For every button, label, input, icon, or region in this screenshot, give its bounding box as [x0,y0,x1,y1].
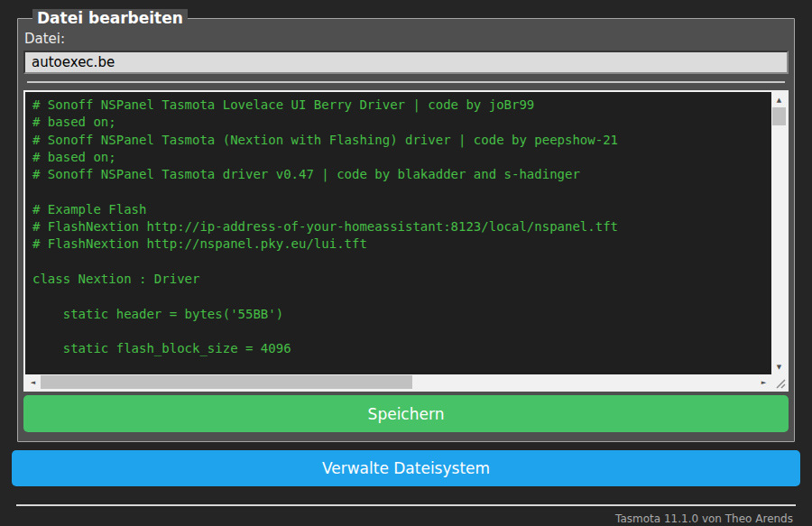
page: Datei bearbeiten Datei: # Sonoff NSPanel… [0,0,812,525]
scroll-up-icon: ▲ [777,97,781,104]
resize-grip-icon [771,374,787,390]
vertical-scrollbar[interactable]: ▲ ▼ [771,92,787,374]
scroll-left-button[interactable]: ◄ [25,374,41,390]
horizontal-scrollbar-thumb[interactable] [41,375,412,389]
save-button[interactable]: Speichern [23,395,789,432]
manage-filesystem-button[interactable]: Verwalte Dateisystem [12,450,800,486]
file-label: Datei: [24,31,788,47]
file-content-editor[interactable]: # Sonoff NSPanel Tasmota Lovelace UI Ber… [25,92,771,374]
panel-title-label: Datei bearbeiten [37,9,183,27]
scroll-right-icon: ► [761,379,766,386]
scroll-left-icon: ◄ [31,379,35,386]
edit-file-panel: Datei bearbeiten Datei: # Sonoff NSPanel… [17,9,795,442]
file-content-textarea[interactable]: # Sonoff NSPanel Tasmota Lovelace UI Ber… [23,90,789,392]
firmware-version-link[interactable]: Tasmota 11.1.0 von Theo Arends [12,506,800,525]
scroll-down-icon: ▼ [777,364,781,371]
panel-title: Datei bearbeiten [32,9,188,27]
scroll-up-button[interactable]: ▲ [771,92,787,107]
form-divider [27,81,785,83]
resize-grip[interactable] [771,374,787,390]
scroll-right-button[interactable]: ► [756,374,771,390]
scroll-down-button[interactable]: ▼ [771,359,787,374]
horizontal-scrollbar[interactable]: ◄ ► [25,374,771,390]
vertical-scrollbar-thumb[interactable] [772,107,786,125]
filename-input[interactable] [23,51,789,74]
footer: Tasmota 11.1.0 von Theo Arends [12,504,800,525]
